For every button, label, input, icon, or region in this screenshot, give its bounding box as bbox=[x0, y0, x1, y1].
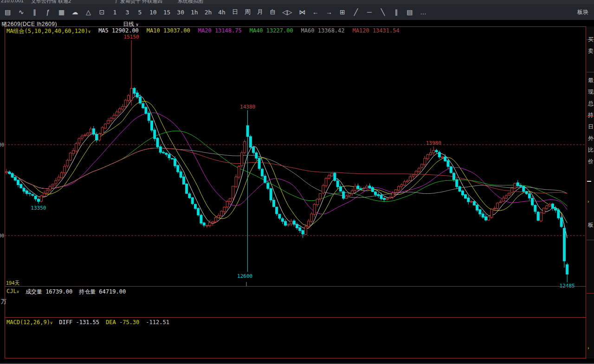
chart-title-row: 猪2609(DCE lh2609) 日线 ∨ bbox=[0, 20, 594, 26]
ma10-line bbox=[6, 101, 567, 225]
candle bbox=[119, 109, 121, 112]
indicator-value: MA5 12902.00 bbox=[98, 27, 139, 35]
candle bbox=[8, 172, 11, 174]
trend-line-icon[interactable]: ∿ bbox=[18, 8, 25, 16]
arrow-line-icon[interactable]: ╲ bbox=[379, 8, 386, 16]
candle bbox=[252, 147, 255, 153]
candle bbox=[145, 108, 147, 114]
sidebar-tab-char[interactable]: 日 bbox=[588, 123, 594, 131]
indicator-name[interactable]: MACD(12,26,9)∨ bbox=[6, 319, 52, 326]
sidebar-tab-char[interactable]: 板 bbox=[588, 221, 594, 229]
compare-icon[interactable]: ◁▷ bbox=[282, 8, 292, 16]
candle bbox=[122, 106, 124, 109]
period-button-15[interactable]: 15 bbox=[163, 9, 171, 16]
sidebar-tab-char[interactable]: 现 bbox=[588, 88, 594, 96]
price-extreme-label: 12600 bbox=[237, 273, 252, 279]
more-icon[interactable]: … bbox=[420, 8, 426, 16]
candle bbox=[81, 136, 83, 138]
sector-button[interactable]: 板块 bbox=[577, 8, 594, 16]
sidebar-tab-char[interactable]: 持 bbox=[588, 111, 594, 119]
chevron-down-icon: ∨ bbox=[17, 289, 19, 294]
candle bbox=[290, 221, 292, 224]
draw-line-icon[interactable]: ╱ bbox=[352, 8, 359, 16]
candle bbox=[188, 194, 191, 198]
indicator-value: MA40 13227.00 bbox=[250, 27, 293, 35]
text-note-icon[interactable]: ▤ bbox=[406, 8, 413, 16]
candle bbox=[284, 221, 286, 225]
period-button-3[interactable]: 3 bbox=[124, 9, 130, 16]
period-button-5[interactable]: 5 bbox=[137, 9, 143, 16]
period-button-1h[interactable]: 1h bbox=[191, 9, 198, 16]
candle bbox=[470, 201, 472, 202]
candle bbox=[127, 96, 129, 100]
sidebar-tab-char[interactable]: 总 bbox=[588, 100, 594, 108]
back-icon[interactable]: ← bbox=[312, 8, 319, 16]
candle bbox=[281, 218, 284, 221]
candle bbox=[551, 204, 554, 209]
candle bbox=[316, 199, 318, 205]
candle bbox=[223, 207, 226, 212]
candle bbox=[354, 186, 356, 191]
sidebar-tab-char[interactable]: 外 bbox=[588, 134, 594, 142]
candle bbox=[302, 230, 304, 234]
indicator-name[interactable]: CJL∨ bbox=[6, 288, 19, 296]
candle bbox=[49, 186, 51, 190]
period-button-月[interactable]: 月 bbox=[257, 8, 263, 16]
period-button-30[interactable]: 30 bbox=[177, 9, 184, 16]
mini-chart-icon[interactable]: ⊡ bbox=[98, 8, 105, 16]
quote-board-icon[interactable]: ▤ bbox=[4, 8, 11, 16]
candle bbox=[441, 157, 444, 158]
kline-chart[interactable]: 0000151501438013980133501260012485 bbox=[0, 26, 594, 364]
quote-sidebar-collapsed[interactable]: 买卖最现总持日外比价板›› bbox=[587, 26, 594, 358]
candle bbox=[537, 212, 539, 220]
candle bbox=[505, 196, 507, 198]
candle bbox=[328, 176, 330, 179]
period-button-日[interactable]: 日 bbox=[232, 8, 238, 16]
candle bbox=[171, 159, 173, 160]
tick-chart-icon[interactable]: ƒ bbox=[45, 8, 52, 16]
sidebar-tab-char[interactable]: 价 bbox=[588, 158, 594, 166]
period-button-周[interactable]: 周 bbox=[245, 8, 251, 16]
indicator-name[interactable]: MA组合(5,10,20,40,60,120)∨ bbox=[6, 27, 90, 35]
candle bbox=[412, 175, 414, 176]
candle bbox=[87, 133, 89, 135]
period-button-1[interactable]: 1 bbox=[112, 9, 118, 16]
parallel-line-icon[interactable]: ∥ bbox=[393, 8, 400, 16]
cloud-data-icon[interactable]: ☁ bbox=[71, 8, 78, 16]
candle bbox=[392, 193, 394, 197]
candle bbox=[482, 214, 484, 217]
candle bbox=[162, 152, 165, 153]
period-button-10[interactable]: 10 bbox=[149, 9, 157, 16]
candle bbox=[484, 217, 487, 220]
alert-bell-icon[interactable]: △ bbox=[85, 8, 92, 16]
candle bbox=[186, 184, 188, 194]
sidebar-tab-char[interactable]: 最 bbox=[588, 77, 594, 84]
sidebar-tab-char[interactable]: 比 bbox=[588, 146, 594, 154]
indicator-value: MA60 13368.42 bbox=[301, 27, 345, 35]
mirror-icon[interactable]: ⋈ bbox=[298, 8, 305, 16]
multi-panel-icon[interactable]: ▦ bbox=[58, 8, 65, 16]
sidebar-tab-char[interactable]: 买 bbox=[588, 36, 594, 44]
horizontal-line-icon[interactable]: ─ bbox=[366, 8, 373, 16]
candle bbox=[32, 194, 34, 195]
candle bbox=[313, 204, 316, 215]
macd-indicator-row: MACD(12,26,9)∨DIFF -131.55DEA -75.30-112… bbox=[6, 319, 169, 326]
candle bbox=[58, 177, 60, 180]
sidebar-tab-char[interactable]: 卖 bbox=[588, 47, 594, 55]
candle bbox=[287, 224, 290, 225]
expand-arrow-icon[interactable]: › bbox=[588, 345, 589, 351]
candle bbox=[488, 217, 490, 220]
period-button-2h[interactable]: 2h bbox=[205, 9, 212, 16]
expand-arrow-icon[interactable]: › bbox=[588, 199, 589, 204]
period-button-自[interactable]: 自 bbox=[270, 8, 276, 16]
ma-legend-row: MA组合(5,10,20,40,60,120)∨MA5 12902.00MA10… bbox=[6, 27, 400, 35]
forward-icon[interactable]: → bbox=[325, 8, 332, 16]
price-tick-mark bbox=[587, 181, 591, 182]
candle bbox=[151, 121, 153, 130]
candle bbox=[296, 224, 298, 228]
period-button-4h[interactable]: 4h bbox=[218, 9, 226, 16]
kline-icon[interactable]: ∥ bbox=[31, 8, 38, 16]
move-axis-icon[interactable]: ⊞ bbox=[339, 8, 346, 16]
date-axis bbox=[0, 358, 594, 363]
candle bbox=[55, 180, 57, 184]
